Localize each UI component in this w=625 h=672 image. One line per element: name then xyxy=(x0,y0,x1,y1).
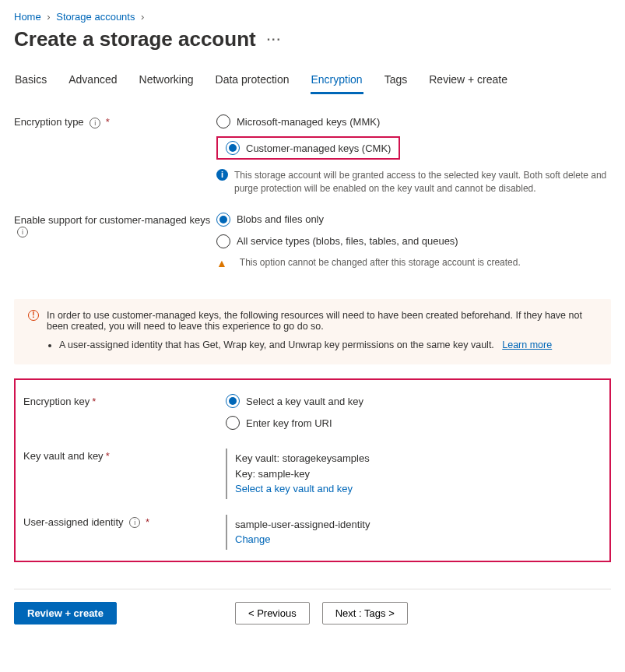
wizard-footer: Review + create < Previous Next : Tags > xyxy=(14,589,611,625)
radio-blobs-files[interactable]: Blobs and files only xyxy=(216,213,611,227)
cmk-info-note: i This storage account will be granted a… xyxy=(216,169,611,195)
radio-all-services[interactable]: All service types (blobs, files, tables,… xyxy=(216,234,611,248)
tab-data-protection[interactable]: Data protection xyxy=(215,73,290,94)
info-icon: i xyxy=(216,169,228,181)
page-title: Create a storage account ··· xyxy=(14,27,611,51)
select-key-vault-link[interactable]: Select a key vault and key xyxy=(235,481,594,497)
tab-advanced[interactable]: Advanced xyxy=(68,73,118,94)
radio-select-key-vault[interactable]: Select a key vault and key xyxy=(226,394,602,408)
key-vault-value: Key vault: storagekeysamples Key: sample… xyxy=(226,449,602,499)
support-warning: ▲ This option cannot be changed after th… xyxy=(216,256,611,272)
highlight-cmk: Customer-managed keys (CMK) xyxy=(216,136,400,160)
chevron-right-icon: › xyxy=(141,11,144,23)
required-mark: * xyxy=(106,116,110,128)
info-icon[interactable]: i xyxy=(129,517,140,528)
info-icon[interactable]: i xyxy=(90,118,100,128)
tabs: Basics Advanced Networking Data protecti… xyxy=(14,73,611,94)
chevron-right-icon: › xyxy=(47,11,50,23)
learn-more-link[interactable]: Learn more xyxy=(502,340,552,350)
change-identity-link[interactable]: Change xyxy=(235,532,594,547)
user-identity-value: sample-user-assigned-identity Change xyxy=(226,515,602,550)
prerequisite-callout: ! In order to use customer-managed keys,… xyxy=(14,299,611,364)
warning-icon: ▲ xyxy=(216,256,227,272)
previous-button[interactable]: < Previous xyxy=(235,602,310,625)
review-create-button[interactable]: Review + create xyxy=(14,602,117,625)
highlight-encryption-key-section: Encryption key* Select a key vault and k… xyxy=(14,378,611,562)
radio-enter-uri[interactable]: Enter key from URI xyxy=(226,416,602,430)
user-identity-label: User-assigned identity i * xyxy=(23,515,226,529)
next-button[interactable]: Next : Tags > xyxy=(322,602,408,625)
key-vault-label: Key vault and key* xyxy=(23,449,226,462)
radio-mmk[interactable]: Microsoft-managed keys (MMK) xyxy=(216,114,611,128)
radio-cmk[interactable]: Customer-managed keys (CMK) xyxy=(226,141,391,155)
tab-basics[interactable]: Basics xyxy=(14,73,47,94)
more-menu-icon[interactable]: ··· xyxy=(267,33,282,47)
breadcrumb: Home › Storage accounts › xyxy=(14,11,611,23)
tab-tags[interactable]: Tags xyxy=(384,73,409,94)
encryption-type-label: Encryption type i * xyxy=(14,114,216,128)
encryption-key-label: Encryption key* xyxy=(23,394,226,407)
warning-icon: ! xyxy=(28,310,39,321)
support-label: Enable support for customer-managed keys… xyxy=(14,213,216,238)
info-icon[interactable]: i xyxy=(17,227,28,237)
tab-networking[interactable]: Networking xyxy=(139,73,195,94)
breadcrumb-storage-accounts[interactable]: Storage accounts xyxy=(56,11,135,23)
breadcrumb-home[interactable]: Home xyxy=(14,11,41,23)
tab-review[interactable]: Review + create xyxy=(428,73,508,94)
tab-encryption[interactable]: Encryption xyxy=(311,73,363,94)
